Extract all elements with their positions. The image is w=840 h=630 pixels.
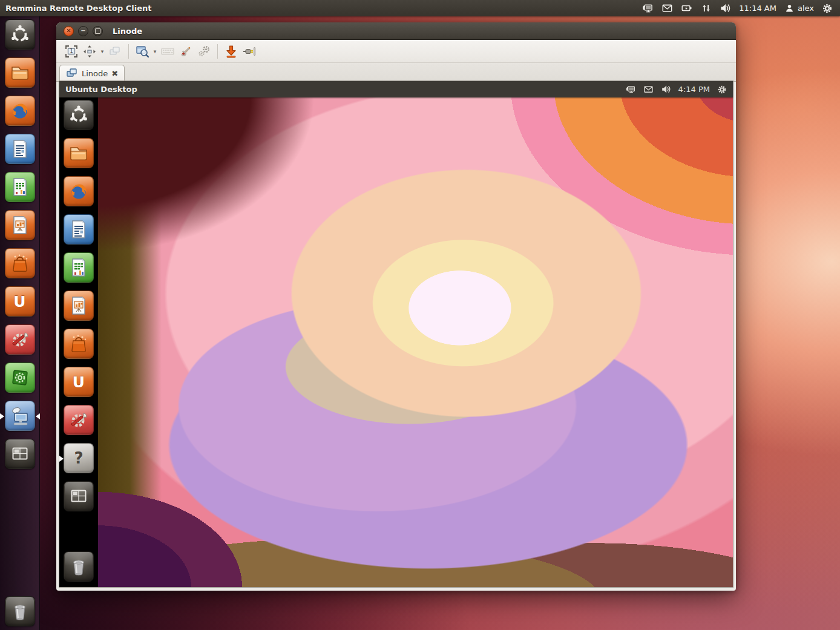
window-title: Linode [113,27,142,36]
launcher-home-folder[interactable] [5,57,35,88]
remote-launcher-ubuntu-software-center[interactable] [64,329,94,359]
disconnect-plug-icon [242,44,257,59]
remote-desktop-indicator[interactable] [641,2,654,14]
remote-messaging-menu-icon[interactable] [643,84,654,94]
remote-launcher-system-settings[interactable] [64,405,94,435]
host-panel-title: Remmina Remote Desktop Client [0,4,152,13]
close-icon: ✕ [66,28,71,34]
host-top-panel: Remmina Remote Desktop Client 11:14 AM a… [0,0,840,16]
launcher-libreoffice-impress[interactable] [5,210,35,240]
window-minimize-button[interactable]: − [78,26,88,36]
remote-launcher-ubuntu-one[interactable]: U [64,367,94,397]
remote-clock[interactable]: 4:14 PM [678,85,710,94]
scaled-mode-icon [135,44,149,59]
minimize-connection-button[interactable] [222,43,240,60]
toolbar-separator [217,44,218,59]
toggle-fullscreen-button[interactable]: 1 [62,43,80,60]
remote-launcher-unknown-app[interactable]: ? [64,443,94,473]
tab-label: Linode [82,69,108,78]
minimize-connection-icon [224,44,238,59]
toolbar-separator [128,44,129,59]
remmina-window: ✕ − Linode 1 ▾ ▾ Linode ✖ Ubuntu Desktop [56,22,736,591]
ubuntu-one-letter: U [13,293,25,310]
tools-icon [179,44,193,59]
volume-indicator-icon[interactable] [720,2,731,14]
remote-desktop-wallpaper [98,97,733,587]
remote-session-gear-icon[interactable] [717,85,727,94]
launcher-trash[interactable] [5,596,35,626]
launcher-ubuntu-one[interactable]: U [5,286,35,317]
remote-session-view[interactable]: Ubuntu Desktop 4:14 PM U [59,80,733,588]
remote-launcher-libreoffice-writer[interactable] [64,214,94,244]
username-label: alex [798,4,814,13]
remote-unity-launcher: U ? [59,97,98,587]
launcher-libreoffice-writer[interactable] [5,134,35,164]
tab-window-icon [66,68,78,79]
keyboard-icon [160,44,175,59]
tab-linode[interactable]: Linode ✖ [59,65,125,81]
focused-indicator-arrow [36,413,40,419]
session-gear-icon[interactable] [822,3,833,14]
fullscreen-badge: 1 [62,48,80,54]
launcher-libreoffice-calc[interactable] [5,172,35,202]
duplicate-icon [108,44,122,59]
launcher-workspace-switcher[interactable] [5,439,35,469]
running-indicator-arrow [0,413,4,419]
launcher-remmina[interactable] [5,401,35,431]
fit-window-button[interactable] [80,43,99,60]
launcher-dash-home[interactable] [5,19,35,50]
launcher-ubuntu-software[interactable] [5,363,35,393]
disconnect-button[interactable] [240,43,258,60]
messaging-menu-icon[interactable] [661,2,673,14]
launcher-ubuntu-software-center[interactable] [5,248,35,278]
launcher-system-settings[interactable] [5,324,35,355]
remote-desktop-body: U ? [59,97,733,587]
remote-launcher-workspace-switcher[interactable] [64,481,94,511]
window-titlebar[interactable]: ✕ − Linode [56,22,736,40]
remote-menubar-title: Ubuntu Desktop [65,85,137,94]
preferences-button[interactable] [195,43,213,60]
tab-close-icon[interactable]: ✖ [111,69,118,78]
maximize-icon [95,28,100,34]
grab-keyboard-button [159,43,177,60]
fit-dropdown-caret-icon[interactable]: ▾ [99,48,106,54]
user-menu[interactable]: alex [784,3,814,14]
host-unity-launcher: U [0,16,40,630]
remote-launcher-libreoffice-impress[interactable] [64,290,94,321]
host-indicator-area: 11:14 AM alex [641,2,840,14]
unknown-app-glyph: ? [74,449,83,467]
battery-indicator-icon[interactable] [681,2,693,14]
tools-button[interactable] [177,43,195,60]
remote-indicator-area: 4:14 PM [625,84,727,94]
connection-tabbar: Linode ✖ [56,63,736,82]
remote-ubuntu-one-letter: U [73,373,85,391]
remote-launcher-trash[interactable] [64,551,94,582]
user-icon [784,3,795,14]
host-clock[interactable]: 11:14 AM [739,4,776,13]
remote-running-indicator-arrow [59,456,64,462]
remote-top-panel: Ubuntu Desktop 4:14 PM [59,81,733,97]
window-close-button[interactable]: ✕ [64,26,74,36]
launcher-firefox[interactable] [5,96,35,126]
toggle-scaled-mode-button[interactable] [133,43,151,60]
remote-remote-desktop-indicator[interactable] [625,84,636,94]
duplicate-connection-button [106,43,124,60]
network-indicator-icon[interactable] [701,2,712,14]
remote-volume-indicator-icon[interactable] [661,84,671,94]
window-maximize-button[interactable] [93,26,103,36]
minimize-icon: − [80,28,85,34]
fit-window-icon [82,44,97,59]
remmina-toolbar: 1 ▾ ▾ [56,40,736,63]
remote-launcher-dash-home[interactable] [64,100,94,130]
remote-launcher-libreoffice-calc[interactable] [64,252,94,283]
scale-dropdown-caret-icon[interactable]: ▾ [151,48,159,54]
remote-launcher-firefox[interactable] [64,176,94,206]
remote-launcher-home-folder[interactable] [64,138,94,168]
preferences-gears-icon [197,44,211,59]
